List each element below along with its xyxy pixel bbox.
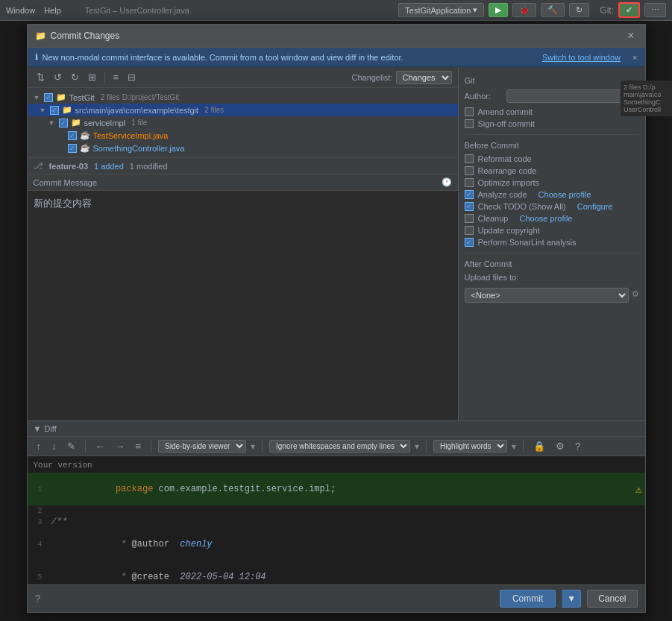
after-commit-title: After Commit (465, 259, 639, 268)
diff-sep-5 (523, 441, 524, 453)
tree-root[interactable]: ▼ ✓ 📁 TestGit 2 files D:/project/TestGit (28, 91, 458, 104)
upload-settings-icon[interactable]: ⚙ (632, 289, 639, 299)
serviceimpl-label: serviceImpl (84, 119, 126, 127)
diff-line-4: 4 * @author chenly (28, 528, 645, 561)
run-button[interactable]: ▶ (489, 3, 508, 17)
run-config-button[interactable]: TestGitApplication ▾ (398, 3, 484, 17)
upload-section: Upload files to: <None> ⚙ (465, 273, 639, 303)
check-todo-link[interactable]: Configure (577, 202, 613, 211)
rearrange-row[interactable]: Rearrange code (465, 166, 639, 175)
analyze-link[interactable]: Choose profile (538, 190, 591, 199)
rearrange-checkbox[interactable] (465, 166, 474, 175)
diff-content: Your version 1 package com.example.testg… (28, 456, 645, 584)
git-checkmark-button[interactable]: ✔ (618, 2, 640, 18)
tree-file-testserviceimpl[interactable]: ▶ ✓ ☕ TestServiceImpl.java (28, 129, 458, 142)
sonarlint-row[interactable]: ✓ Perform SonarLint analysis (465, 238, 639, 247)
reformat-label: Reformat code (478, 154, 532, 163)
filter-icon[interactable]: ⊟ (125, 70, 139, 84)
diff-linenum-1: 1 (28, 485, 48, 494)
diff-sep-3 (262, 441, 263, 453)
tree-file-somethingcontroller[interactable]: ▶ ✓ ☕ SomethingController.java (28, 142, 458, 154)
root-checkbox[interactable]: ✓ (44, 93, 53, 102)
expand-all-icon[interactable]: ⇅ (34, 70, 48, 84)
src-checkbox[interactable]: ✓ (50, 106, 59, 115)
diff-version-label: Your version (28, 459, 645, 473)
diff-next-icon[interactable]: → (113, 439, 128, 453)
upload-select[interactable]: <None> (465, 288, 629, 303)
sonarlint-checkbox[interactable]: ✓ (465, 238, 474, 247)
debug-button[interactable]: 🐞 (512, 3, 536, 17)
status-modified: 1 modified (130, 162, 168, 171)
cleanup-link[interactable]: Choose profile (520, 214, 573, 223)
diff-gear-icon[interactable]: ⚙ (553, 439, 568, 453)
commit-dropdown-button[interactable]: ▼ (562, 590, 581, 608)
info-text: New non-modal commit interface is availa… (43, 53, 403, 62)
serviceimpl-checkbox[interactable]: ✓ (59, 119, 68, 127)
update-copyright-checkbox[interactable] (465, 226, 474, 235)
analyze-label: Analyze code (478, 190, 527, 199)
cleanup-checkbox[interactable] (465, 214, 474, 223)
cleanup-row[interactable]: Cleanup Choose profile (465, 214, 639, 223)
diff-highlight-select[interactable]: Highlight words (433, 440, 507, 453)
group-icon[interactable]: ⊞ (85, 70, 99, 84)
refresh-button[interactable]: ↻ (569, 3, 589, 17)
check-todo-checkbox[interactable]: ✓ (465, 202, 474, 211)
diff-hl-arrow: ▾ (512, 441, 516, 452)
signoff-commit-row[interactable]: Sign-off commit (465, 119, 639, 128)
diff-whitespace-select[interactable]: Ignore whitespaces and empty lines (269, 440, 410, 453)
diff-prev-icon[interactable]: ← (92, 439, 108, 453)
commit-button[interactable]: Commit (500, 590, 556, 608)
diff-list-icon[interactable]: ≡ (133, 439, 145, 453)
toolbar-separator (104, 72, 105, 83)
diff-sep-1 (85, 441, 86, 453)
dialog-title: Commit Changes (51, 31, 120, 41)
amend-checkbox[interactable] (465, 107, 474, 116)
optimize-label: Optimize imports (478, 178, 540, 187)
before-commit-title: Before Commit (465, 141, 639, 150)
status-added: 1 added (94, 162, 124, 171)
diff-help-icon[interactable]: ? (572, 439, 583, 453)
window-title: TestGit – UserController.java (85, 6, 189, 15)
somethingcontroller-checkbox[interactable]: ✓ (68, 144, 77, 153)
menu-help[interactable]: Help (44, 6, 61, 15)
git-section-title: Git (465, 76, 639, 85)
tree-src-node[interactable]: ▼ ✓ 📁 src\main\java\com\example\testgit … (28, 104, 458, 116)
diff-up-icon[interactable]: ↑ (34, 439, 45, 453)
switch-to-toolwindow-link[interactable]: Switch to tool window (542, 53, 621, 62)
tree-serviceimpl-node[interactable]: ▼ ✓ 📁 serviceImpl 1 file (28, 116, 458, 129)
build-button[interactable]: 🔨 (541, 3, 565, 17)
banner-close-button[interactable]: × (632, 53, 637, 62)
diff-viewer-select[interactable]: Side-by-side viewer (158, 440, 246, 453)
reformat-checkbox[interactable] (465, 154, 474, 163)
menu-window[interactable]: Window (6, 6, 35, 15)
src-folder-icon: 📁 (62, 105, 72, 115)
clock-icon[interactable]: 🕐 (442, 177, 452, 187)
changelist-select[interactable]: Changes (396, 71, 452, 84)
analyze-row[interactable]: ✓ Analyze code Choose profile (465, 190, 639, 199)
analyze-checkbox[interactable]: ✓ (465, 190, 474, 199)
author-input[interactable] (506, 89, 639, 103)
optimize-row[interactable]: Optimize imports (465, 178, 639, 187)
help-button[interactable]: ? (35, 593, 41, 605)
amend-commit-row[interactable]: Amend commit (465, 107, 639, 116)
refresh-icon[interactable]: ↻ (68, 70, 82, 84)
sort-icon[interactable]: ≡ (110, 70, 122, 84)
git-more-button[interactable]: ⋯ (644, 3, 666, 17)
diff-line-5: 5 * @create 2022-05-04 12:04 (28, 561, 645, 584)
signoff-checkbox[interactable] (465, 119, 474, 128)
commit-message-input[interactable]: 新的提交内容 (28, 190, 458, 420)
root-label: TestGit (69, 93, 95, 102)
changelist-label: Changelist: (351, 73, 392, 82)
optimize-checkbox[interactable] (465, 178, 474, 187)
dialog-close-button[interactable]: × (624, 29, 637, 42)
update-copyright-row[interactable]: Update copyright (465, 226, 639, 235)
undo-icon[interactable]: ↺ (51, 70, 65, 84)
testserviceimpl-checkbox[interactable]: ✓ (68, 131, 77, 140)
cancel-button[interactable]: Cancel (587, 590, 637, 608)
diff-down-icon[interactable]: ↓ (48, 439, 60, 453)
reformat-row[interactable]: Reformat code (465, 154, 639, 163)
check-todo-row[interactable]: ✓ Check TODO (Show All) Configure (465, 202, 639, 211)
dialog-main-content: ⇅ ↺ ↻ ⊞ ≡ ⊟ Changelist: Changes ▼ (28, 67, 645, 420)
diff-edit-icon[interactable]: ✎ (64, 439, 78, 453)
diff-lock-icon[interactable]: 🔒 (530, 439, 548, 453)
